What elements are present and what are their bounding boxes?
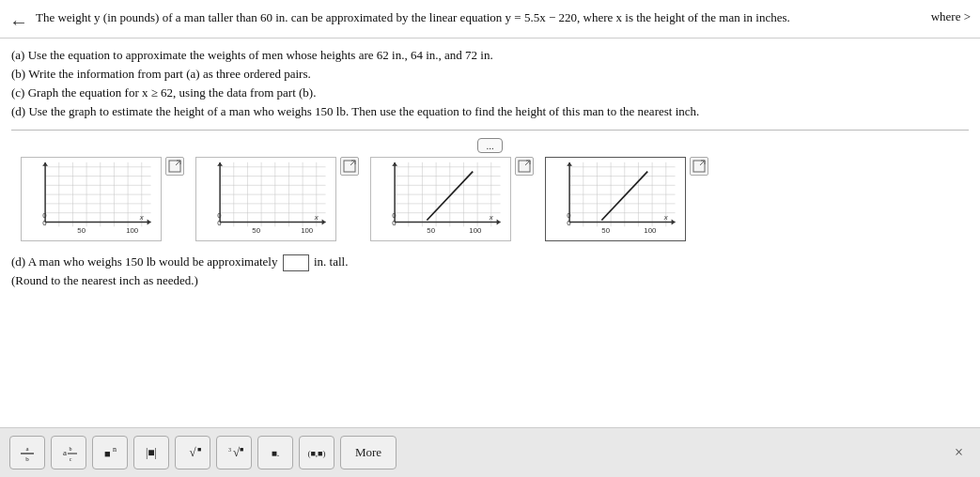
svg-marker-18	[42, 162, 48, 165]
graph-item-4: 0 50 100 0 x	[545, 157, 708, 241]
svg-text:100: 100	[301, 226, 314, 235]
svg-text:x: x	[314, 212, 319, 221]
svg-marker-96	[672, 219, 676, 224]
where-label: where >	[931, 9, 971, 24]
svg-text:0: 0	[217, 219, 222, 227]
exponent-button[interactable]: ■n	[92, 436, 128, 469]
part-d: (d) Use the graph to estimate the height…	[11, 102, 969, 121]
graph-svg-1: 0 50 100 0 x	[22, 158, 161, 240]
graph-canvas-1: 0 50 100 0 x	[21, 157, 162, 241]
round-note: (Round to the nearest inch as needed.)	[11, 273, 969, 288]
back-arrow-icon[interactable]: ←	[9, 11, 28, 33]
svg-line-105	[700, 161, 705, 165]
close-icon: ×	[955, 444, 963, 460]
svg-text:b: b	[70, 446, 72, 452]
svg-marker-97	[567, 162, 572, 165]
svg-text:x: x	[489, 212, 494, 221]
part-d-text: (d) A man who weighs 150 lb would be app…	[11, 254, 969, 271]
divider	[11, 130, 969, 131]
ellipsis-button[interactable]: ...	[477, 138, 502, 153]
expand-icon-1[interactable]	[165, 157, 184, 176]
part-c: (c) Graph the equation for x ≥ 62, using…	[11, 84, 969, 102]
svg-text:0: 0	[567, 210, 571, 219]
interval-button[interactable]: (■,■)	[299, 436, 334, 469]
main-container: ← The weight y (in pounds) of a man tall…	[0, 0, 980, 477]
part-d-text-after: in. tall.	[314, 254, 348, 269]
svg-text:100: 100	[644, 226, 657, 235]
svg-text:50: 50	[77, 226, 86, 235]
svg-text:0: 0	[567, 219, 571, 227]
sqrt-button[interactable]: √■	[175, 436, 210, 469]
decimal-button[interactable]: ■.	[257, 436, 293, 469]
more-button[interactable]: More	[340, 436, 397, 469]
svg-text:50: 50	[601, 226, 610, 235]
svg-text:0: 0	[42, 210, 47, 219]
ellipsis-area: ...	[11, 138, 969, 153]
cube-root-button[interactable]: 3√■	[216, 436, 252, 469]
svg-text:√: √	[189, 445, 196, 459]
fraction-button[interactable]: ab	[9, 436, 45, 469]
more-label: More	[355, 445, 381, 460]
svg-marker-44	[217, 162, 223, 165]
svg-line-51	[350, 161, 355, 165]
svg-text:x: x	[139, 212, 145, 221]
top-bar: ← The weight y (in pounds) of a man tall…	[0, 0, 980, 38]
svg-text:c: c	[70, 456, 72, 462]
expand-icon-3[interactable]	[515, 157, 534, 176]
graph-canvas-3: 0 50 100 0 x	[370, 157, 511, 241]
part-d-answer-area: (d) A man who weighs 150 lb would be app…	[11, 245, 969, 294]
svg-text:b: b	[25, 455, 29, 463]
graph-svg-2: 0 50 100 0 x	[196, 158, 335, 240]
graph-item-1: 0 50 100 0 x	[21, 157, 184, 241]
absolute-value-button[interactable]: |■|	[133, 436, 169, 469]
expand-icon-2[interactable]	[340, 157, 359, 176]
svg-text:x: x	[663, 212, 669, 221]
graphs-row: 0 50 100 0 x	[11, 157, 969, 241]
svg-marker-69	[497, 219, 501, 224]
problem-statement: The weight y (in pounds) of a man taller…	[36, 9, 971, 26]
graph-canvas-4: 0 50 100 0 x	[545, 157, 686, 241]
part-d-input[interactable]	[283, 254, 309, 271]
graph-item-3: 0 50 100 0 x	[370, 157, 534, 241]
part-b: (b) Write the information from part (a) …	[11, 65, 969, 84]
svg-text:0: 0	[392, 219, 397, 227]
svg-text:|■|: |■|	[146, 446, 157, 459]
content-area: (a) Use the equation to approximate the …	[0, 38, 980, 427]
svg-line-25	[176, 161, 180, 165]
svg-text:a: a	[63, 448, 67, 457]
part-d-text-before: (d) A man who weighs 150 lb would be app…	[11, 254, 277, 269]
svg-text:0: 0	[217, 210, 222, 219]
svg-text:0: 0	[392, 210, 397, 219]
graph-svg-3: 0 50 100 0 x	[371, 158, 510, 240]
toolbar: ab abc ■n |■| √■ 3√■ ■. (■,■) Mo	[0, 427, 980, 477]
svg-marker-17	[148, 219, 151, 224]
svg-text:n: n	[113, 445, 117, 454]
svg-text:a: a	[25, 445, 29, 453]
graph-item-2: 0 50 100 0 x	[195, 157, 359, 241]
part-a: (a) Use the equation to approximate the …	[11, 46, 969, 65]
svg-marker-43	[322, 219, 326, 224]
svg-text:■: ■	[197, 446, 201, 454]
svg-line-78	[525, 161, 530, 165]
svg-text:(■,■): (■,■)	[307, 449, 325, 458]
graph-svg-4: 0 50 100 0 x	[546, 158, 685, 240]
mixed-number-button[interactable]: abc	[51, 436, 86, 469]
svg-text:■: ■	[240, 446, 243, 454]
expand-icon-4[interactable]	[690, 157, 708, 176]
svg-marker-70	[392, 162, 397, 165]
parts-list: (a) Use the equation to approximate the …	[11, 46, 969, 122]
svg-text:■.: ■.	[272, 448, 280, 458]
svg-text:■: ■	[104, 448, 111, 459]
svg-text:50: 50	[427, 226, 435, 235]
svg-text:3: 3	[228, 447, 231, 453]
svg-text:100: 100	[469, 226, 482, 235]
graph-canvas-2: 0 50 100 0 x	[195, 157, 336, 241]
svg-text:100: 100	[126, 226, 139, 235]
svg-text:50: 50	[252, 226, 260, 235]
close-button[interactable]: ×	[947, 440, 971, 465]
svg-text:0: 0	[42, 219, 47, 227]
